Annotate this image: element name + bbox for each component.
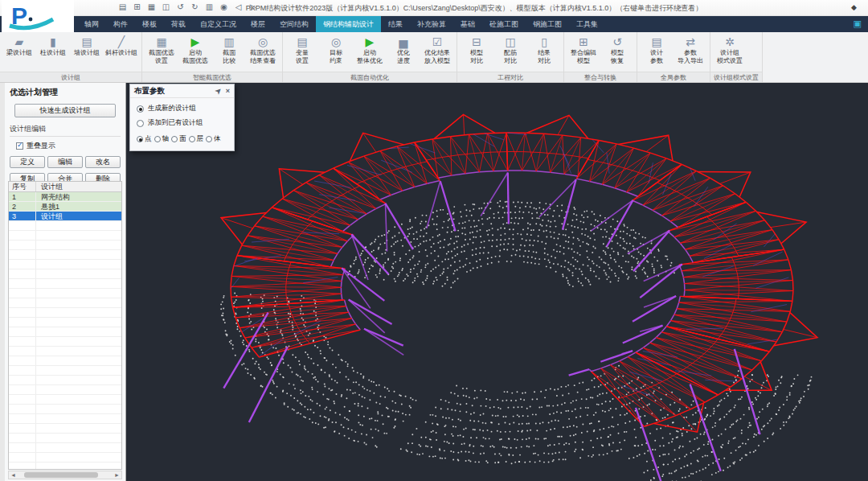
scrollbar-track[interactable] [18, 471, 113, 479]
empty-table-row[interactable] [9, 327, 121, 337]
scope-option-3[interactable]: 层 [189, 134, 204, 144]
ribbon-group-label: 智能截面优选 [142, 72, 282, 82]
table-row[interactable]: 1网壳结构 [9, 192, 121, 202]
table-row[interactable]: 3设计组 [9, 212, 121, 221]
empty-table-row[interactable] [9, 376, 121, 385]
ribbon-button-2-0[interactable]: ▤变量 设置 [285, 34, 319, 65]
empty-table-row[interactable] [9, 260, 121, 269]
tab-3[interactable]: 荷载 [164, 16, 193, 32]
tab-10[interactable]: 基础 [453, 16, 482, 32]
scroll-right-icon[interactable]: ► [113, 472, 121, 478]
ribbon-button-1-0[interactable]: ▦截面优选 设置 [145, 34, 178, 65]
ribbon-button-label: 截面优选 结果查看 [250, 49, 276, 64]
ribbon-button-6-0[interactable]: ✲设计组 模式设置 [713, 34, 747, 65]
scope-option-1[interactable]: 轴 [154, 134, 170, 144]
close-icon[interactable]: × [226, 87, 230, 95]
radio-icon[interactable] [137, 136, 143, 142]
empty-table-row[interactable] [9, 443, 121, 453]
app-window: ▤⊞▦◫↺↻▥◉◁▷ PKPM结构设计软件2023版（计算内核V1.5.1.0）… [0, 0, 868, 481]
empty-table-row[interactable] [9, 250, 121, 260]
empty-table-row[interactable] [9, 356, 121, 366]
ribbon-button-2-3[interactable]: ▅优化 进度 [387, 34, 420, 65]
ribbon-button-2-4[interactable]: ☑优化结果 放入模型 [420, 34, 454, 65]
edit-button-2[interactable]: 改名 [85, 156, 121, 168]
tab-13[interactable]: 工具集 [569, 16, 605, 32]
model-viewport[interactable] [126, 83, 868, 481]
scope-label: 层 [197, 134, 204, 144]
empty-table-row[interactable] [9, 289, 121, 298]
tab-11[interactable]: 砼施工图 [482, 16, 526, 32]
view-style-icon[interactable]: ▣ [854, 18, 862, 29]
tab-12[interactable]: 钢施工图 [526, 16, 569, 32]
ribbon-button-1-3[interactable]: ◎截面优选 结果查看 [246, 34, 280, 65]
params-import-export-icon: ⇄ [682, 35, 698, 49]
ribbon-button-5-0[interactable]: ▤设计 参数 [640, 34, 674, 65]
tab-5[interactable]: 楼层 [244, 16, 272, 32]
ribbon-button-1-2[interactable]: ▥截面 比较 [212, 34, 246, 65]
radio-icon[interactable] [189, 136, 195, 142]
layout-panel-titlebar[interactable]: 布置参数 ➤ × [130, 84, 234, 98]
ribbon-button-4-0[interactable]: ⊞整合编辑 模型 [567, 34, 600, 65]
radio-option-0[interactable]: 生成新的设计组 [137, 104, 227, 113]
ribbon-button-2-1[interactable]: ◎目标 约束 [319, 34, 353, 65]
ribbon-button-0-2[interactable]: ▤墙设计组 [70, 34, 104, 58]
table-row[interactable]: 2悬挑1 [9, 202, 121, 212]
empty-table-row[interactable] [9, 269, 121, 279]
ribbon-button-3-1[interactable]: ◫配筋 对比 [493, 34, 527, 65]
tab-2[interactable]: 楼板 [135, 16, 164, 32]
ribbon-button-0-3[interactable]: ╱斜杆设计组 [104, 34, 139, 58]
empty-table-row[interactable] [9, 347, 121, 356]
ribbon-button-5-1[interactable]: ⇄参数 导入导出 [674, 34, 707, 65]
tab-0[interactable]: 轴网 [77, 16, 106, 32]
radio-icon[interactable] [154, 136, 161, 142]
empty-table-row[interactable] [9, 337, 121, 347]
empty-table-row[interactable] [9, 462, 121, 470]
empty-table-row[interactable] [9, 405, 121, 414]
tab-active-7[interactable]: 钢结构辅助设计 [316, 16, 381, 32]
empty-table-row[interactable] [9, 240, 121, 250]
radio-icon[interactable] [171, 136, 178, 142]
ribbon-button-0-1[interactable]: ▮柱设计组 [36, 34, 70, 58]
checkbox-icon[interactable] [16, 142, 23, 150]
ribbon-button-4-1[interactable]: ↺模型 恢复 [600, 34, 634, 65]
empty-table-row[interactable] [9, 385, 121, 395]
empty-table-row[interactable] [9, 308, 121, 318]
pin-icon[interactable]: ➤ [214, 86, 223, 96]
empty-table-row[interactable] [9, 221, 121, 231]
ribbon-button-0-0[interactable]: ▰梁设计组 [2, 34, 36, 58]
ribbon-button-3-0[interactable]: ⊟模型 对比 [460, 34, 493, 65]
radio-icon[interactable] [137, 120, 144, 127]
radio-option-1[interactable]: 添加到已有设计组 [137, 118, 227, 128]
overlap-display-checkbox[interactable]: 重叠显示 [16, 141, 121, 151]
empty-table-row[interactable] [9, 318, 121, 327]
radio-icon[interactable] [206, 136, 212, 142]
edit-button-0[interactable]: 定义 [10, 156, 45, 168]
empty-table-row[interactable] [9, 434, 121, 443]
empty-table-row[interactable] [9, 298, 121, 308]
tab-1[interactable]: 构件 [106, 16, 135, 32]
empty-table-row[interactable] [9, 395, 121, 405]
tab-4[interactable]: 自定义工况 [193, 16, 244, 32]
tab-6[interactable]: 空间结构 [272, 16, 316, 32]
tab-9[interactable]: 补充验算 [410, 16, 453, 32]
ribbon-button-2-2[interactable]: ▶启动 整体优化 [353, 34, 387, 65]
ribbon-button-3-2[interactable]: ▯结果 对比 [527, 34, 561, 65]
scope-option-4[interactable]: 体 [206, 134, 221, 144]
empty-table-row[interactable] [9, 366, 121, 376]
empty-table-row[interactable] [9, 424, 121, 434]
tab-8[interactable]: 结果 [381, 16, 410, 32]
scroll-left-icon[interactable]: ◄ [9, 472, 18, 478]
scope-option-2[interactable]: 面 [171, 134, 186, 144]
empty-table-row[interactable] [9, 231, 121, 240]
scope-option-0[interactable]: 点 [137, 134, 152, 144]
quick-generate-design-group-button[interactable]: 快速生成设计组 [14, 104, 116, 117]
ribbon-button-1-1[interactable]: ▶启动 截面优选 [178, 34, 212, 65]
empty-table-row[interactable] [9, 279, 121, 289]
empty-table-row[interactable] [9, 414, 121, 424]
empty-table-row[interactable] [9, 453, 121, 462]
radio-icon[interactable] [137, 105, 144, 113]
scrollbar-thumb[interactable] [24, 472, 98, 478]
horizontal-scrollbar[interactable]: ◄ ► [8, 471, 122, 479]
edit-button-1[interactable]: 编辑 [47, 156, 83, 168]
ribbon-group-3: ⊟模型 对比◫配筋 对比▯结果 对比工程对比 [457, 32, 564, 82]
